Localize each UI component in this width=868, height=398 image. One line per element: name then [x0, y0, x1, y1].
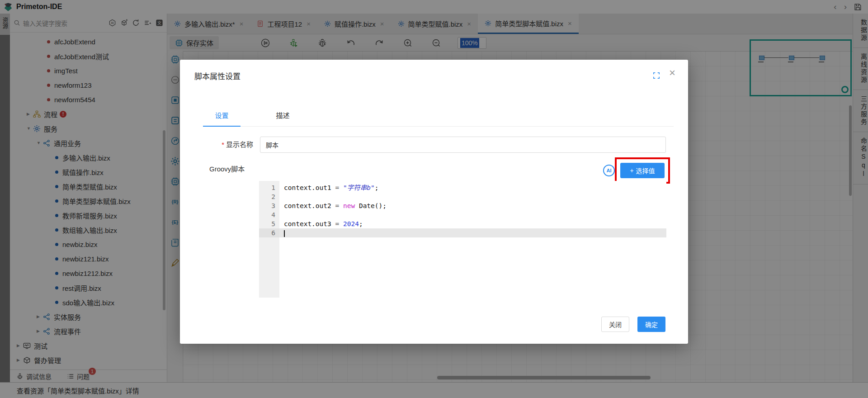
text-cursor — [284, 230, 285, 237]
dialog-tab[interactable]: 设置 — [203, 110, 241, 127]
required-asterisk: * — [222, 141, 224, 148]
close-button[interactable]: 关闭 — [601, 317, 629, 332]
code-line[interactable]: context.out2 = new Date(); — [279, 201, 666, 210]
line-number: 4 — [259, 210, 275, 219]
code-line[interactable] — [279, 210, 666, 219]
line-number-gutter: 123456 — [259, 181, 279, 298]
code-line[interactable] — [279, 192, 666, 201]
dialog-title: 脚本属性设置 — [194, 70, 241, 81]
code-line[interactable]: context.out3 = 2024; — [279, 219, 666, 228]
highlight-annotation: + 选择值 — [615, 157, 670, 184]
confirm-button[interactable]: 确定 — [637, 317, 665, 332]
display-name-label: *显示名称 — [180, 137, 253, 153]
display-name-row: *显示名称 — [180, 137, 688, 153]
dialog-tabs: 设置描述 — [203, 110, 674, 127]
line-number: 6 — [259, 228, 279, 237]
line-number: 5 — [259, 219, 275, 228]
script-properties-dialog: 脚本属性设置 × 设置描述 *显示名称 Groovy脚本 AI + 选择值 12… — [180, 60, 688, 344]
fullscreen-icon[interactable] — [653, 72, 660, 79]
plus-icon: + — [630, 167, 633, 174]
groovy-code-editor[interactable]: 123456 context.out1 = "字符串b";context.out… — [259, 181, 666, 298]
line-number: 1 — [259, 183, 275, 192]
line-number: 2 — [259, 192, 275, 201]
code-line[interactable] — [279, 228, 666, 237]
dialog-tab[interactable]: 描述 — [264, 110, 302, 126]
line-number: 3 — [259, 201, 275, 210]
code-content[interactable]: context.out1 = "字符串b";context.out2 = new… — [279, 181, 666, 298]
groovy-script-label: Groovy脚本 — [209, 164, 245, 173]
dialog-footer: 关闭 确定 — [601, 317, 665, 332]
display-name-input[interactable] — [260, 137, 666, 153]
close-icon[interactable]: × — [669, 67, 675, 78]
code-line[interactable]: context.out1 = "字符串b"; — [279, 183, 666, 192]
ai-assist-icon[interactable]: AI — [603, 165, 615, 176]
select-value-button[interactable]: + 选择值 — [620, 163, 665, 178]
